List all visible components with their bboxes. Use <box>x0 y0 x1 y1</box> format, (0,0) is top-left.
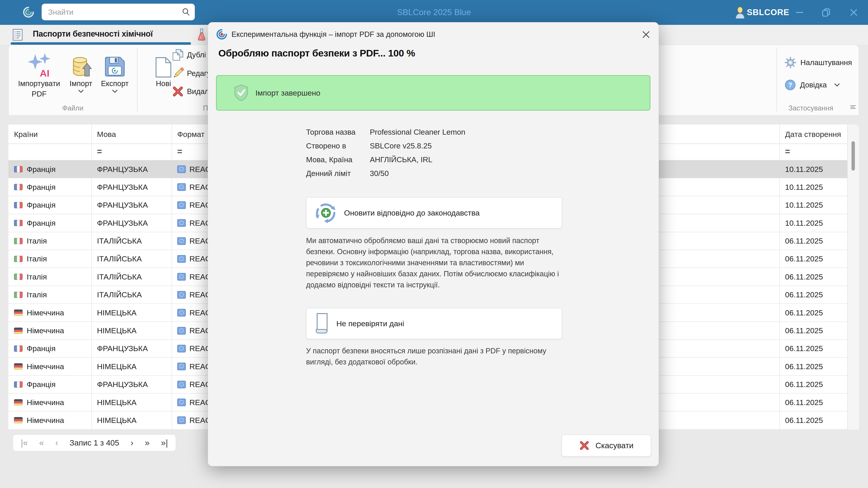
flag-fr-icon <box>14 381 23 388</box>
filter-equals-icon[interactable]: = <box>177 144 182 160</box>
tab-label: Паспорти безпечності хімічної продукції <box>33 25 191 43</box>
chevron-down-icon <box>78 90 84 93</box>
duplicate-button[interactable]: Дублі <box>172 49 206 61</box>
help-button[interactable]: ? Довідка <box>784 79 840 91</box>
progress-heading: Обробляю паспорт безпеки з PDF... 100 % <box>218 48 415 59</box>
fast-forward-icon[interactable]: » <box>145 435 150 451</box>
brand-label[interactable]: SBLCORE <box>747 0 789 25</box>
date-cell: 06.11.2025 <box>785 232 823 250</box>
ai-sparkles-icon: AI <box>17 48 62 78</box>
active-tab-indicator <box>11 42 191 45</box>
delete-button[interactable]: Видал <box>172 86 209 97</box>
filter-equals-icon[interactable]: = <box>97 144 102 160</box>
status-text: Імпорт завершено <box>255 89 320 97</box>
import-button[interactable]: Імпорт <box>66 48 96 94</box>
language-cell: ІТАЛІЙСЬКА <box>97 286 142 304</box>
update-description: Ми автоматично обробляємо ваші дані та с… <box>306 235 564 291</box>
detail-row: Денний ліміт30/50 <box>306 169 465 178</box>
country-cell: Франція <box>27 380 56 389</box>
export-button[interactable]: Експорт <box>98 48 132 94</box>
eu-flag-icon <box>177 201 186 209</box>
flag-de-icon <box>14 310 23 316</box>
date-cell: 10.11.2025 <box>785 178 823 196</box>
eu-flag-icon <box>177 165 186 173</box>
tab-safety-data-sheets[interactable]: Паспорти безпечності хімічної продукції <box>8 25 191 45</box>
vertical-scrollbar[interactable] <box>847 125 859 430</box>
column-header[interactable]: Мова <box>97 125 116 144</box>
date-cell: 06.11.2025 <box>785 322 823 339</box>
restore-button[interactable] <box>818 0 834 25</box>
modal-close-icon[interactable] <box>641 30 651 39</box>
filter-equals-icon[interactable]: = <box>785 144 790 160</box>
sblcore-logo-icon <box>216 28 228 40</box>
group-options-icon[interactable] <box>850 105 856 109</box>
country-cell: Франція <box>27 201 56 209</box>
country-cell: Німеччина <box>27 308 64 317</box>
language-cell: НІМЕЦЬКА <box>97 304 136 322</box>
flask-tab-icon[interactable] <box>197 29 206 41</box>
help-icon: ? <box>784 79 796 91</box>
country-cell: Німеччина <box>27 398 64 407</box>
pencil-icon <box>172 68 184 79</box>
scrollbar-thumb[interactable] <box>851 141 855 170</box>
language-cell: ФРАНЦУЗЬКА <box>97 196 148 214</box>
eu-flag-icon <box>177 381 186 388</box>
flag-it-icon <box>14 292 23 298</box>
flag-de-icon <box>14 328 23 334</box>
date-cell: 06.11.2025 <box>785 358 823 375</box>
country-cell: Італія <box>27 272 47 281</box>
last-page-icon[interactable]: »| <box>161 435 168 451</box>
minimize-button[interactable] <box>792 0 807 25</box>
next-page-icon[interactable]: › <box>131 435 133 451</box>
column-header[interactable]: Країни <box>14 125 38 144</box>
detail-value: Professional Cleaner Lemon <box>370 128 465 137</box>
application-group-label: Застосування <box>788 104 833 112</box>
detail-label: Створено в <box>306 141 370 151</box>
first-page-icon[interactable]: |« <box>21 435 28 451</box>
ribbon-divider <box>776 48 777 111</box>
date-cell: 10.11.2025 <box>785 214 823 232</box>
update-legislation-button[interactable]: Оновити відповідно до законодавства <box>306 197 562 228</box>
language-cell: НІМЕЦЬКА <box>97 322 136 339</box>
eu-flag-icon <box>177 237 186 245</box>
search-input[interactable] <box>48 7 182 17</box>
edit-button[interactable]: Редагу <box>172 68 211 79</box>
eu-flag-icon <box>177 183 186 191</box>
eu-flag-icon <box>177 291 186 299</box>
language-cell: ФРАНЦУЗЬКА <box>97 178 148 196</box>
flag-de-icon <box>14 417 23 423</box>
language-cell: НІМЕЦЬКА <box>97 412 136 429</box>
chevron-down-icon <box>834 84 840 87</box>
skip-description: У паспорт безпеки вносяться лише розпізн… <box>306 346 564 367</box>
svg-text:AI: AI <box>40 68 50 78</box>
close-window-button[interactable] <box>846 0 862 25</box>
update-recycle-icon <box>315 201 337 224</box>
detail-row: Створено вSBLCore v25.8.25 <box>306 141 465 151</box>
column-header[interactable]: Дата створення <box>785 125 841 144</box>
skip-verification-button[interactable]: Не перевіряти дані <box>306 308 562 339</box>
country-cell: Німеччина <box>27 326 64 335</box>
cancel-x-icon <box>579 440 590 451</box>
previous-page-icon[interactable]: ‹ <box>55 435 58 451</box>
import-pdf-button[interactable]: AI Імпортувати PDF <box>17 48 62 99</box>
language-cell: ФРАНЦУЗЬКА <box>97 160 148 178</box>
search-box[interactable] <box>41 4 195 20</box>
settings-button[interactable]: Налаштування <box>784 57 852 68</box>
cancel-button[interactable]: Скасувати <box>561 434 651 457</box>
title-bar: SBLCore 2025 Blue SBLCORE <box>0 0 868 25</box>
delete-x-icon <box>172 86 184 97</box>
search-icon[interactable] <box>182 7 191 17</box>
eu-flag-icon <box>177 416 186 424</box>
country-cell: Італія <box>27 236 47 246</box>
fast-backward-icon[interactable]: « <box>39 435 44 451</box>
ribbon-divider <box>137 48 137 111</box>
chevron-down-icon <box>112 90 118 93</box>
user-avatar-icon[interactable] <box>735 7 745 19</box>
country-cell: Італія <box>27 290 47 299</box>
country-cell: Німеччина <box>27 362 64 371</box>
column-header[interactable]: Формат <box>177 125 205 144</box>
eu-flag-icon <box>177 398 186 406</box>
minimize-icon <box>795 7 804 18</box>
eu-flag-icon <box>177 255 186 263</box>
flag-de-icon <box>14 363 23 369</box>
